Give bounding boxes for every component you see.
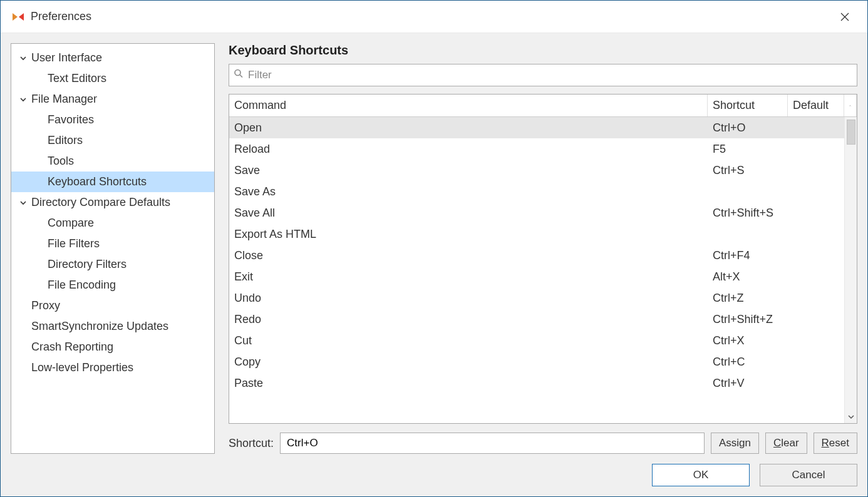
table-row[interactable]: ExitAlt+X	[229, 266, 844, 287]
cell-command: Save As	[229, 181, 708, 202]
sidebar-item-tools[interactable]: Tools	[11, 151, 214, 172]
table-header: Command Shortcut Default	[229, 95, 857, 117]
clear-button[interactable]: Clear	[765, 433, 807, 454]
cell-shortcut: Ctrl+F4	[708, 245, 788, 266]
sidebar-item-text-editors[interactable]: Text Editors	[11, 68, 214, 89]
cell-command: Exit	[229, 266, 708, 287]
cell-default	[788, 223, 844, 245]
cell-shortcut: Ctrl+O	[708, 117, 788, 138]
cell-default	[788, 160, 844, 181]
preferences-tree: User InterfaceText EditorsFile ManagerFa…	[11, 44, 214, 382]
col-command[interactable]: Command	[229, 95, 708, 116]
scroll-up-arrow[interactable]	[844, 95, 857, 116]
sidebar-item-crash-reporting[interactable]: Crash Reporting	[11, 337, 214, 357]
scrollbar-thumb[interactable]	[847, 120, 855, 145]
cell-command: Open	[229, 117, 708, 138]
content-panel: Keyboard Shortcuts Command Shortcut Defa…	[215, 43, 857, 454]
sidebar-item-directory-filters[interactable]: Directory Filters	[11, 254, 214, 275]
table-row[interactable]: RedoCtrl+Shift+Z	[229, 309, 844, 330]
cell-command: Export As HTML	[229, 223, 708, 245]
sidebar-item-label: Directory Filters	[29, 258, 127, 271]
sidebar-item-label: File Encoding	[29, 279, 116, 292]
cell-default	[788, 181, 844, 202]
table-row[interactable]: ReloadF5	[229, 138, 844, 160]
vertical-scrollbar[interactable]	[844, 117, 857, 423]
col-shortcut[interactable]: Shortcut	[708, 95, 788, 116]
cell-shortcut	[708, 181, 788, 202]
cell-default	[788, 351, 844, 372]
cancel-button[interactable]: Cancel	[760, 464, 857, 486]
dialog-body: User InterfaceText EditorsFile ManagerFa…	[1, 33, 867, 496]
sidebar-item-compare[interactable]: Compare	[11, 213, 214, 233]
cell-command: Undo	[229, 287, 708, 309]
cell-command: Close	[229, 245, 708, 266]
cell-default	[788, 117, 844, 138]
cell-shortcut: Alt+X	[708, 266, 788, 287]
expand-caret-icon	[18, 96, 29, 103]
window-title: Preferences	[31, 10, 832, 23]
filter-field	[229, 64, 857, 86]
cell-default	[788, 245, 844, 266]
sidebar-item-smartsynchronize-updates[interactable]: SmartSynchronize Updates	[11, 316, 214, 337]
cell-default	[788, 138, 844, 160]
preferences-sidebar[interactable]: User InterfaceText EditorsFile ManagerFa…	[11, 43, 215, 454]
sidebar-item-user-interface[interactable]: User Interface	[11, 48, 214, 68]
svg-marker-0	[13, 13, 18, 21]
sidebar-item-label: Favorites	[29, 113, 94, 126]
sidebar-item-label: File Filters	[29, 237, 100, 250]
chevron-down-icon	[848, 414, 854, 420]
sidebar-item-directory-compare-defaults[interactable]: Directory Compare Defaults	[11, 192, 214, 213]
cell-shortcut: F5	[708, 138, 788, 160]
table-row[interactable]: CopyCtrl+C	[229, 351, 844, 372]
cell-default	[788, 287, 844, 309]
panel-heading: Keyboard Shortcuts	[229, 43, 857, 58]
sidebar-item-label: Tools	[29, 155, 74, 168]
sidebar-item-label: File Manager	[29, 93, 97, 106]
close-button[interactable]	[832, 4, 857, 29]
sidebar-item-file-encoding[interactable]: File Encoding	[11, 275, 214, 295]
sidebar-item-label: User Interface	[29, 51, 102, 64]
table-row[interactable]: CutCtrl+X	[229, 330, 844, 351]
sidebar-item-file-filters[interactable]: File Filters	[11, 233, 214, 254]
sidebar-item-editors[interactable]: Editors	[11, 130, 214, 151]
cell-shortcut: Ctrl+Shift+S	[708, 202, 788, 223]
table-row[interactable]: Save As	[229, 181, 844, 202]
shortcut-input[interactable]	[280, 433, 705, 454]
shortcut-row: Shortcut: Assign Clear Reset	[229, 433, 857, 454]
table-row[interactable]: SaveCtrl+S	[229, 160, 844, 181]
table-row[interactable]: UndoCtrl+Z	[229, 287, 844, 309]
dialog-footer: OK Cancel	[11, 454, 857, 486]
main-row: User InterfaceText EditorsFile ManagerFa…	[11, 43, 857, 454]
app-icon	[11, 9, 26, 24]
preferences-dialog: Preferences User InterfaceText EditorsFi…	[0, 0, 868, 497]
shortcuts-table: Command Shortcut Default OpenCtrl+OReloa…	[229, 94, 857, 424]
col-default[interactable]: Default	[788, 95, 844, 116]
cell-default	[788, 309, 844, 330]
cell-default	[788, 330, 844, 351]
sidebar-item-label: Proxy	[29, 299, 60, 312]
titlebar: Preferences	[1, 1, 867, 33]
table-row[interactable]: OpenCtrl+O	[229, 117, 844, 138]
table-row[interactable]: CloseCtrl+F4	[229, 245, 844, 266]
sidebar-item-low-level-properties[interactable]: Low-level Properties	[11, 357, 214, 378]
svg-marker-1	[19, 13, 24, 21]
cell-command: Cut	[229, 330, 708, 351]
scrollbar-track[interactable]	[845, 145, 857, 411]
sidebar-item-favorites[interactable]: Favorites	[11, 110, 214, 130]
cell-shortcut: Ctrl+S	[708, 160, 788, 181]
scroll-down-arrow[interactable]	[845, 411, 857, 423]
sidebar-item-file-manager[interactable]: File Manager	[11, 89, 214, 110]
assign-button[interactable]: Assign	[711, 433, 759, 454]
sidebar-item-label: Directory Compare Defaults	[29, 196, 170, 209]
sidebar-item-proxy[interactable]: Proxy	[11, 295, 214, 316]
expand-caret-icon	[18, 54, 29, 62]
reset-button[interactable]: Reset	[814, 433, 857, 454]
sidebar-item-keyboard-shortcuts[interactable]: Keyboard Shortcuts	[11, 172, 214, 192]
table-row[interactable]: Save AllCtrl+Shift+S	[229, 202, 844, 223]
ok-button[interactable]: OK	[652, 464, 750, 486]
filter-input[interactable]	[229, 64, 857, 86]
table-row[interactable]: Export As HTML	[229, 223, 844, 245]
table-row[interactable]: PasteCtrl+V	[229, 372, 844, 394]
cell-command: Save	[229, 160, 708, 181]
reset-button-rest: eset	[829, 437, 849, 449]
